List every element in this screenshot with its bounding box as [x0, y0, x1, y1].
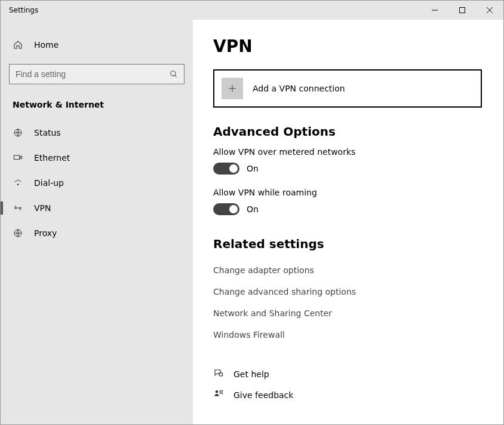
close-button[interactable]	[476, 1, 503, 20]
svg-rect-7	[14, 155, 19, 160]
sidebar-item-dialup[interactable]: Dial-up	[1, 170, 193, 195]
vpn-icon	[13, 203, 23, 213]
svg-point-19	[219, 372, 223, 376]
sidebar-item-label: Status	[34, 128, 61, 137]
add-vpn-button[interactable]: Add a VPN connection	[213, 69, 482, 108]
sidebar-item-label: VPN	[34, 203, 51, 213]
sidebar-item-proxy[interactable]: Proxy	[1, 221, 193, 246]
proxy-icon	[13, 228, 23, 238]
dialup-icon	[13, 178, 23, 188]
search-icon	[164, 70, 184, 78]
plus-icon	[222, 78, 243, 99]
related-settings-heading: Related settings	[213, 237, 483, 251]
svg-rect-8	[20, 156, 22, 158]
minimize-button[interactable]	[421, 1, 448, 20]
content-pane: VPN Add a VPN connection Advanced Option…	[193, 20, 503, 424]
status-icon	[13, 128, 23, 137]
sidebar-item-ethernet[interactable]: Ethernet	[1, 145, 193, 170]
toggle-roaming[interactable]	[213, 203, 239, 215]
sidebar-item-status[interactable]: Status	[1, 120, 193, 145]
sidebar-section-header: Network & Internet	[1, 84, 193, 120]
toggle-metered-state: On	[247, 164, 259, 173]
svg-point-20	[216, 390, 219, 393]
sidebar: Home Network & Internet Status	[1, 20, 193, 424]
svg-point-10	[17, 184, 19, 185]
search-input[interactable]	[10, 69, 164, 79]
page-title: VPN	[213, 36, 483, 56]
sidebar-item-label: Dial-up	[34, 178, 64, 188]
minimize-icon	[432, 7, 438, 13]
get-help-label: Get help	[233, 369, 269, 379]
toggle-metered-label: Allow VPN over metered networks	[213, 147, 483, 157]
link-firewall[interactable]: Windows Firewall	[213, 324, 483, 345]
advanced-options-heading: Advanced Options	[213, 124, 483, 139]
link-adapter-options[interactable]: Change adapter options	[213, 259, 483, 281]
toggle-roaming-state: On	[247, 204, 259, 214]
svg-point-4	[171, 71, 176, 76]
sidebar-item-vpn[interactable]: VPN	[1, 195, 193, 221]
get-help-link[interactable]: Get help	[213, 363, 483, 384]
toggle-roaming-label: Allow VPN while roaming	[213, 188, 483, 197]
home-icon	[13, 40, 23, 50]
svg-rect-1	[460, 8, 465, 13]
add-vpn-label: Add a VPN connection	[253, 84, 345, 93]
link-network-center[interactable]: Network and Sharing Center	[213, 302, 483, 324]
svg-point-12	[20, 207, 21, 209]
link-sharing-options[interactable]: Change advanced sharing options	[213, 281, 483, 302]
svg-line-5	[175, 75, 177, 77]
window-controls	[421, 1, 503, 20]
maximize-icon	[459, 7, 465, 13]
close-icon	[487, 7, 493, 13]
help-icon	[213, 368, 224, 380]
ethernet-icon	[13, 153, 23, 163]
give-feedback-label: Give feedback	[233, 390, 293, 400]
give-feedback-link[interactable]: Give feedback	[213, 384, 483, 405]
titlebar: Settings	[1, 1, 503, 20]
toggle-metered[interactable]	[213, 163, 239, 175]
sidebar-item-label: Ethernet	[34, 153, 70, 163]
feedback-icon	[213, 389, 224, 401]
maximize-button[interactable]	[448, 1, 476, 20]
home-label: Home	[34, 40, 59, 50]
search-box[interactable]	[9, 64, 185, 84]
sidebar-item-label: Proxy	[34, 228, 57, 238]
window-title: Settings	[1, 6, 421, 14]
home-nav[interactable]: Home	[1, 34, 193, 56]
svg-point-11	[15, 207, 17, 209]
